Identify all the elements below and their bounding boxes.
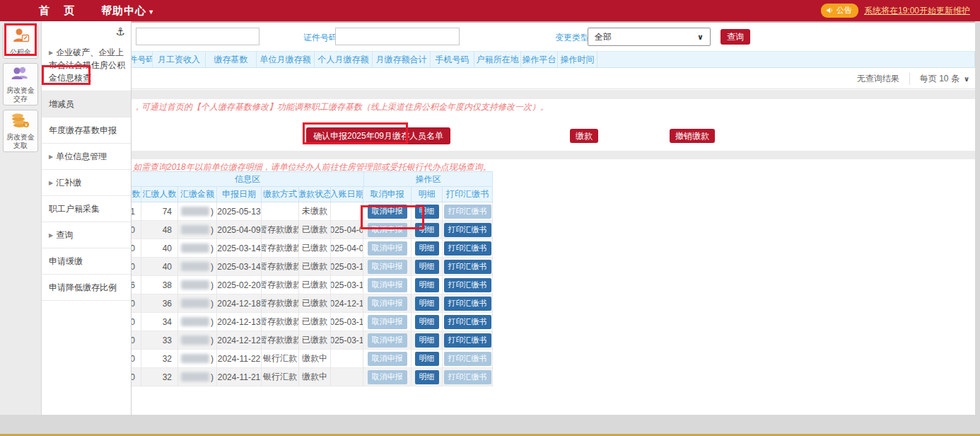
rail-item-reform-withdraw[interactable]: ¥ 房改资金支取 — [3, 110, 38, 152]
result-column-header: 缴存基数 — [206, 52, 257, 67]
base-adjust-notice: ，可通过首页的【个人缴存基数修改】功能调整职工缴存基数（线上渠道住房公积金年度内… — [133, 101, 967, 113]
rail-item-label: 公积金 — [10, 48, 31, 57]
remit-cell: 32 — [141, 350, 178, 368]
print-remit-button[interactable]: 打印汇缴书 — [444, 333, 491, 348]
sidebar-item[interactable]: ▶汇补缴 — [42, 170, 131, 196]
cancel-cell: 取消申报 — [363, 350, 412, 368]
sidebar-item[interactable]: 增减员 — [42, 91, 131, 117]
detail-cell: 明细 — [412, 331, 443, 350]
sidebar-item[interactable]: 年度缴存基数申报 — [42, 117, 131, 144]
cancel-declare-button: 取消申报 — [368, 278, 407, 292]
print-remit-button[interactable]: 打印汇缴书 — [444, 260, 491, 274]
cancel-declare-button[interactable]: 取消申报 — [368, 205, 407, 219]
redacted-amount — [181, 299, 209, 308]
remit-cell: 暂存款缴款 — [262, 294, 299, 313]
remit-cell: 6 — [132, 276, 141, 294]
cancel-cell: 取消申报 — [363, 331, 412, 350]
nav-home[interactable]: 首 页 — [39, 4, 80, 18]
print-remit-button[interactable]: 打印汇缴书 — [444, 297, 491, 311]
redacted-amount — [181, 335, 209, 345]
detail-button[interactable]: 明细 — [415, 278, 439, 292]
amount-suffix: ) — [211, 262, 214, 272]
nav-help-label: 帮助中心 — [101, 4, 146, 16]
maintenance-notice-link[interactable]: 系统将在19:00开始更新维护 — [864, 5, 970, 17]
print-cell: 打印汇缴书 — [443, 258, 493, 276]
remit-cell: 2025-04-09 — [331, 239, 363, 258]
remit-cell: 2024-12-18 — [331, 294, 363, 313]
detail-button[interactable]: 明细 — [415, 297, 439, 311]
sidebar-item[interactable]: ▶单位信息管理 — [42, 144, 131, 170]
expand-arrow-icon: ▶ — [49, 180, 53, 186]
remit-cell: 2024-11-22 — [217, 350, 262, 368]
query-button[interactable]: 查询 — [721, 29, 750, 45]
remit-cell: 40 — [141, 258, 178, 276]
redacted-amount — [181, 317, 209, 326]
sidebar-item[interactable]: 申请缓缴 — [42, 248, 131, 275]
detail-button[interactable]: 明细 — [415, 241, 439, 256]
remit-cell — [331, 350, 363, 368]
pay-button[interactable]: 缴款 — [570, 129, 598, 143]
amount-suffix: ) — [211, 243, 214, 253]
page-size-select[interactable]: 每页 10 条 ∨ — [909, 73, 969, 85]
detail-button[interactable]: 明细 — [415, 260, 439, 274]
anchor-icon[interactable]: ⚓ — [116, 25, 125, 38]
cancel-declare-button: 取消申报 — [368, 370, 407, 384]
remit-cell: 74 — [141, 202, 178, 221]
confirm-declare-button[interactable]: 确认申报2025年09月缴存人员名单 — [306, 127, 450, 144]
cancel-declare-button: 取消申报 — [368, 333, 407, 348]
cancel-declare-button: 取消申报 — [368, 352, 407, 366]
remit-cell: 暂存款缴款 — [262, 221, 299, 239]
sidebar-item[interactable]: 职工户籍采集 — [42, 196, 131, 222]
expand-arrow-icon: ▶ — [49, 50, 53, 56]
module-rail: 公积金 房改资金交存 ¥ 房改资金支取 — [0, 21, 41, 415]
detail-button[interactable]: 明细 — [415, 205, 439, 219]
result-column-header: 单位月缴存额 — [257, 52, 315, 67]
redacted-amount — [181, 243, 209, 253]
revoke-pay-button[interactable]: 撤销缴款 — [670, 129, 715, 143]
nav-help-center[interactable]: 帮助中心▼ — [101, 4, 155, 18]
rail-item-housing-fund[interactable]: 公积金 — [3, 25, 38, 59]
remit-cell: 0 — [132, 258, 141, 276]
remit-cell: 已缴款 — [299, 294, 331, 313]
sidebar-item[interactable]: ▶企业破产、企业上市合法合规住房公积金信息核查 — [42, 40, 131, 91]
remit-column-header: 申报日期 — [217, 187, 262, 202]
chevron-down-icon: ∨ — [964, 75, 969, 83]
remit-cell: 2024-11-21 — [217, 368, 262, 386]
top-nav-bar: 首 页 帮助中心▼ 公告 系统将在19:00开始更新维护 — [0, 0, 980, 21]
remit-table-row: 048)2025-04-09暂存款缴款已缴款2025-04-09取消申报明细打印… — [132, 221, 493, 239]
remit-cell: 已缴款 — [299, 313, 331, 331]
print-remit-button[interactable]: 打印汇缴书 — [444, 241, 491, 256]
id-number-input[interactable] — [335, 28, 460, 45]
remit-cell: 2024-12-13 — [217, 313, 262, 331]
rail-item-reform-deposit[interactable]: 房改资金交存 — [3, 63, 38, 105]
print-cell: 打印汇缴书 — [443, 221, 493, 239]
group-ops-header: 操作区 — [364, 171, 493, 187]
amount-cell: ) — [178, 276, 217, 294]
detail-button[interactable]: 明细 — [415, 223, 439, 237]
print-remit-button[interactable]: 打印汇缴书 — [444, 278, 491, 292]
sidebar-item[interactable]: 申请降低缴存比例 — [42, 275, 131, 301]
remit-table-column-header: 数汇缴人数汇缴金额申报日期缴款方式缴款状态入账日期取消申报明细打印汇缴书 — [132, 187, 493, 202]
keyword-input[interactable] — [136, 28, 259, 45]
result-column-header: 月工资收入 — [153, 52, 206, 67]
detail-button[interactable]: 明细 — [415, 333, 439, 348]
remit-cell: 暂存款缴款 — [262, 276, 299, 294]
svg-text:¥: ¥ — [25, 122, 28, 127]
print-remit-button[interactable]: 打印汇缴书 — [444, 315, 491, 329]
result-column-header: 操作时间 — [558, 52, 597, 67]
amount-cell: ) — [178, 368, 217, 386]
detail-button[interactable]: 明细 — [415, 315, 439, 329]
print-remit-button[interactable]: 打印汇缴书 — [444, 223, 491, 237]
sidebar-item-label: 申请缓缴 — [49, 256, 83, 266]
remit-table-group-header: 信息区 操作区 — [132, 171, 493, 187]
chevron-down-icon: ▼ — [148, 8, 155, 16]
sidebar-item[interactable]: ▶查询 — [42, 222, 131, 248]
detail-button[interactable]: 明细 — [415, 370, 439, 384]
change-type-select[interactable]: 全部 ∨ — [588, 28, 711, 46]
remit-cell: 2025-04-09 — [331, 221, 363, 239]
detail-button[interactable]: 明细 — [415, 352, 439, 366]
amount-suffix: ) — [211, 372, 214, 382]
remit-cell: 48 — [141, 221, 178, 239]
remit-cell: 银行汇款 — [262, 368, 299, 386]
redacted-amount — [181, 207, 209, 216]
